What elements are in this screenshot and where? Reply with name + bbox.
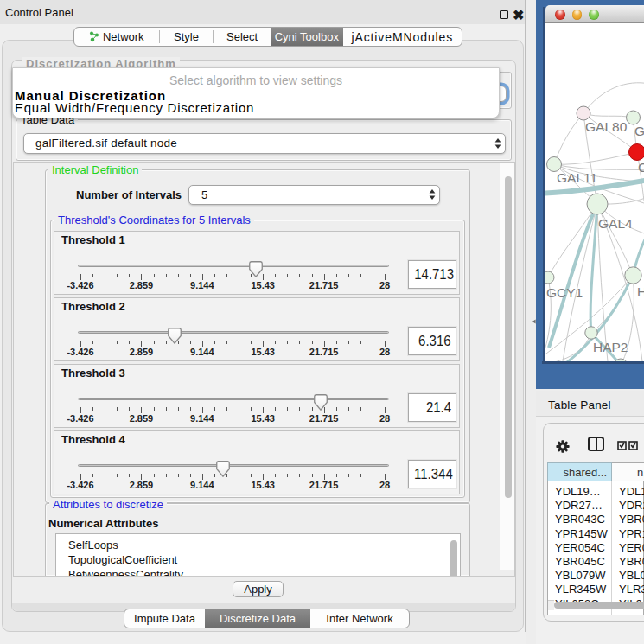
svg-text:GAL4: GAL4 — [598, 216, 633, 231]
svg-text:C: C — [638, 160, 644, 175]
svg-text:H: H — [637, 284, 644, 299]
svg-text:GAL: GAL — [634, 124, 644, 138]
svg-text:HAP2: HAP2 — [593, 340, 628, 354]
svg-text:GAL11: GAL11 — [557, 170, 597, 185]
svg-text:GAL80: GAL80 — [585, 119, 628, 134]
svg-text:GCY1: GCY1 — [546, 285, 583, 300]
